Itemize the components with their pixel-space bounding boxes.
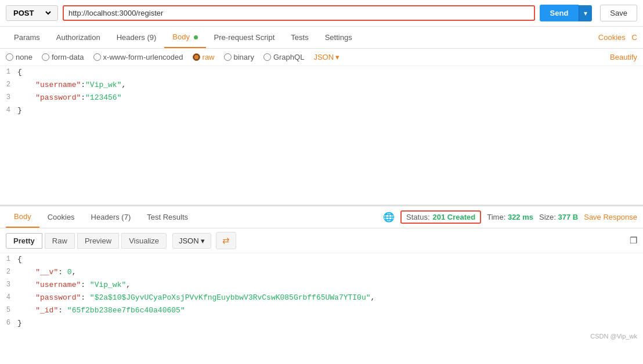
resp-lcontent-1: { bbox=[17, 253, 643, 266]
status-box: Status: 201 Created bbox=[400, 210, 481, 224]
time-meta: Time: 322 ms bbox=[487, 213, 533, 221]
tab-prerequest[interactable]: Pre-request Script bbox=[206, 27, 283, 48]
watermark: CSDN @Vip_wk bbox=[590, 333, 637, 340]
option-graphql[interactable]: GraphQL bbox=[263, 53, 304, 61]
response-meta: 🌐 Status: 201 Created Time: 322 ms Size:… bbox=[383, 210, 637, 224]
size-value: 377 B bbox=[558, 213, 579, 221]
globe-icon: 🌐 bbox=[383, 212, 395, 223]
url-input[interactable] bbox=[68, 9, 529, 17]
tab-headers[interactable]: Headers (9) bbox=[109, 27, 165, 48]
resp-line-4: 4 "password": "$2a$10$JGyvUCyaPoXsjPVvKf… bbox=[0, 292, 643, 304]
json-chevron-icon: ▾ bbox=[335, 53, 339, 61]
resp-tab-testresults[interactable]: Test Results bbox=[139, 207, 196, 227]
status-label: Status: bbox=[406, 213, 429, 221]
resp-val-id: "65f2bb238ee7fb6c40a40605" bbox=[67, 306, 185, 315]
tab-body[interactable]: Body bbox=[164, 27, 205, 48]
request-code-editor[interactable]: 1 { 2 "username":"Vip_wk", 3 "password":… bbox=[0, 66, 643, 205]
time-value: 322 ms bbox=[508, 213, 533, 221]
line-num-1: 1 bbox=[0, 66, 17, 79]
resp-json-label: JSON bbox=[179, 236, 199, 245]
view-raw-button[interactable]: Raw bbox=[45, 233, 75, 249]
resp-key-password: "password" bbox=[35, 293, 81, 302]
copy-button[interactable]: ❐ bbox=[630, 235, 637, 246]
resp-lnum-4: 4 bbox=[0, 292, 17, 304]
resp-key-username: "username" bbox=[35, 281, 81, 289]
status-value: 201 Created bbox=[433, 213, 476, 221]
resp-lcontent-4: "password": "$2a$10$JGyvUCyaPoXsjPVvKfng… bbox=[17, 292, 643, 304]
tab-settings[interactable]: Settings bbox=[317, 27, 360, 48]
top-bar: POST GET PUT DELETE Send ▾ Save bbox=[0, 0, 643, 27]
resp-lnum-2: 2 bbox=[0, 266, 17, 279]
line-content-3: "password":"123456" bbox=[17, 92, 643, 104]
resp-lnum-5: 5 bbox=[0, 304, 17, 317]
line-num-4: 4 bbox=[0, 104, 17, 117]
body-options-bar: none form-data x-www-form-urlencoded raw… bbox=[0, 49, 643, 66]
option-raw[interactable]: raw bbox=[193, 53, 215, 61]
view-preview-button[interactable]: Preview bbox=[77, 233, 119, 249]
line-content-1: { bbox=[17, 66, 643, 79]
line-num-3: 3 bbox=[0, 92, 17, 104]
resp-line-6: 6 } bbox=[0, 317, 643, 330]
response-json-format[interactable]: JSON ▾ bbox=[172, 233, 211, 249]
resp-tab-cookies[interactable]: Cookies bbox=[39, 207, 83, 227]
req-line-1: 1 { bbox=[0, 66, 643, 79]
val-password: "123456" bbox=[85, 93, 121, 102]
resp-lnum-3: 3 bbox=[0, 279, 17, 292]
resp-tab-body[interactable]: Body bbox=[6, 206, 39, 228]
resp-lnum-6: 6 bbox=[0, 317, 17, 330]
method-dropdown[interactable]: POST GET PUT DELETE bbox=[11, 8, 53, 18]
response-panel: Body Cookies Headers (7) Test Results 🌐 … bbox=[0, 205, 643, 343]
tab-params[interactable]: Params bbox=[6, 27, 48, 48]
resp-lcontent-2: "__v": 0, bbox=[17, 266, 643, 279]
save-button[interactable]: Save bbox=[600, 5, 637, 21]
response-code-editor: 1 { 2 "__v": 0, 3 "username": "Vip_wk", … bbox=[0, 253, 643, 343]
resp-key-id: "_id" bbox=[35, 306, 58, 315]
size-meta: Size: 377 B bbox=[539, 213, 578, 221]
resp-lcontent-6: } bbox=[17, 317, 643, 330]
key-password: "password" bbox=[35, 93, 81, 102]
resp-line-3: 3 "username": "Vip_wk", bbox=[0, 279, 643, 292]
resp-val-password: "$2a$10$JGyvUCyaPoXsjPVvKfngEuybbwV3RvCs… bbox=[90, 293, 371, 302]
resp-lcontent-3: "username": "Vip_wk", bbox=[17, 279, 643, 292]
req-line-2: 2 "username":"Vip_wk", bbox=[0, 79, 643, 92]
line-content-2: "username":"Vip_wk", bbox=[17, 79, 643, 92]
resp-val-v: 0 bbox=[67, 268, 72, 276]
resp-tab-headers[interactable]: Headers (7) bbox=[83, 207, 139, 227]
tab-tests[interactable]: Tests bbox=[283, 27, 316, 48]
resp-val-username: "Vip_wk" bbox=[90, 281, 126, 289]
resp-line-5: 5 "_id": "65f2bb238ee7fb6c40a40605" bbox=[0, 304, 643, 317]
resp-json-chevron-icon: ▾ bbox=[201, 236, 205, 245]
method-select[interactable]: POST GET PUT DELETE bbox=[6, 5, 58, 21]
option-formdata[interactable]: form-data bbox=[42, 53, 84, 61]
response-tab-bar: Body Cookies Headers (7) Test Results 🌐 … bbox=[0, 206, 643, 228]
send-button[interactable]: Send bbox=[540, 5, 579, 21]
json-label: JSON bbox=[313, 53, 334, 61]
url-input-wrap bbox=[63, 5, 535, 21]
resp-lcontent-5: "_id": "65f2bb238ee7fb6c40a40605" bbox=[17, 304, 643, 317]
option-binary[interactable]: binary bbox=[224, 53, 254, 61]
response-toolbar: Pretty Raw Preview Visualize JSON ▾ ⇄ ❐ bbox=[0, 228, 643, 253]
val-username: "Vip_wk" bbox=[85, 81, 121, 89]
headers-badge: (9) bbox=[147, 33, 156, 42]
save-response-button[interactable]: Save Response bbox=[584, 213, 637, 221]
send-dropdown-button[interactable]: ▾ bbox=[579, 5, 592, 21]
line-content-4: } bbox=[17, 104, 643, 117]
body-dot bbox=[194, 35, 198, 39]
view-pretty-button[interactable]: Pretty bbox=[6, 233, 42, 249]
wrap-icon-button[interactable]: ⇄ bbox=[216, 232, 236, 249]
req-line-4: 4 } bbox=[0, 104, 643, 117]
option-none[interactable]: none bbox=[6, 53, 32, 61]
json-select[interactable]: JSON ▾ bbox=[313, 53, 339, 61]
line-num-2: 2 bbox=[0, 79, 17, 92]
req-line-3: 3 "password":"123456" bbox=[0, 92, 643, 104]
resp-line-2: 2 "__v": 0, bbox=[0, 266, 643, 279]
beautify-button[interactable]: Beautify bbox=[610, 53, 637, 61]
key-username: "username" bbox=[35, 81, 81, 89]
option-urlencoded[interactable]: x-www-form-urlencoded bbox=[93, 53, 183, 61]
request-tab-bar: Params Authorization Headers (9) Body Pr… bbox=[0, 27, 643, 49]
cookies-link[interactable]: Cookies C bbox=[598, 33, 637, 42]
send-btn-wrap: Send ▾ bbox=[540, 5, 593, 21]
resp-lnum-1: 1 bbox=[0, 253, 17, 266]
view-visualize-button[interactable]: Visualize bbox=[121, 233, 167, 249]
tab-authorization[interactable]: Authorization bbox=[48, 27, 109, 48]
